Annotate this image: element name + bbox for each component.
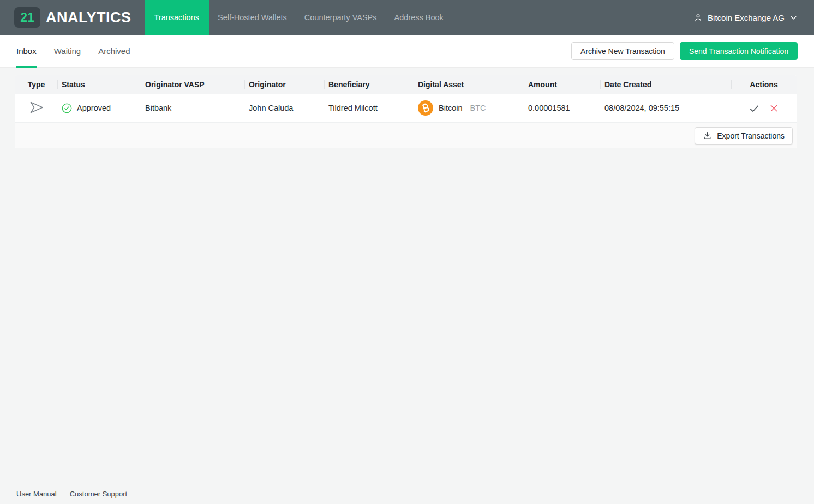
table-header-row: Type Status Originator VASP Originator B… [15, 75, 797, 94]
toolbar: Inbox Waiting Archived Archive New Trans… [0, 35, 814, 68]
cell-digital-asset: Bitcoin BTC [414, 94, 524, 122]
page-footer: User Manual Customer Support [16, 490, 127, 498]
main-content: Type Status Originator VASP Originator B… [0, 68, 814, 148]
toolbar-buttons: Archive New Transaction Send Transaction… [571, 35, 798, 67]
cell-originator-vasp: Bitbank [141, 94, 244, 122]
customer-support-link[interactable]: Customer Support [70, 490, 128, 498]
column-header-originator: Originator [244, 75, 324, 94]
main-nav: Transactions Self-Hosted Wallets Counter… [145, 0, 452, 35]
user-manual-link[interactable]: User Manual [16, 490, 57, 498]
tabs: Inbox Waiting Archived [16, 35, 130, 67]
cell-type [15, 94, 57, 122]
send-icon [29, 101, 44, 115]
nav-item-counterparty-vasps[interactable]: Counterparty VASPs [296, 0, 386, 35]
status-label: Approved [77, 104, 111, 112]
export-transactions-button[interactable]: Export Transactions [695, 127, 793, 145]
user-icon [693, 13, 703, 22]
check-circle-icon [62, 103, 72, 113]
column-header-actions: Actions [731, 75, 797, 94]
column-header-type: Type [15, 75, 57, 94]
archive-new-transaction-button[interactable]: Archive New Transaction [571, 42, 674, 60]
cell-amount: 0.00001581 [524, 94, 600, 122]
table-row[interactable]: Approved Bitbank John Caluda Tildred Mil… [15, 94, 797, 123]
tab-waiting[interactable]: Waiting [54, 35, 81, 67]
nav-item-self-hosted-wallets[interactable]: Self-Hosted Wallets [209, 0, 296, 35]
brand-logo[interactable]: 21 ANALYTICS [0, 0, 131, 35]
export-transactions-label: Export Transactions [717, 131, 785, 140]
logo-21-icon: 21 [14, 7, 40, 28]
top-navbar: 21 ANALYTICS Transactions Self-Hosted Wa… [0, 0, 814, 35]
column-header-beneficiary: Beneficiary [324, 75, 414, 94]
column-header-status: Status [57, 75, 141, 94]
column-header-digital-asset: Digital Asset [414, 75, 524, 94]
nav-item-address-book[interactable]: Address Book [386, 0, 452, 35]
user-name: Bitcoin Exchange AG [708, 13, 785, 22]
column-header-amount: Amount [524, 75, 600, 94]
cell-actions [731, 94, 797, 122]
logo-21-text: 21 [20, 10, 34, 25]
asset-name: Bitcoin [439, 104, 463, 112]
approve-icon[interactable] [747, 101, 761, 115]
column-header-originator-vasp: Originator VASP [141, 75, 244, 94]
download-icon [703, 131, 712, 140]
chevron-down-icon [789, 14, 798, 22]
cell-originator: John Caluda [244, 94, 324, 122]
bitcoin-icon [418, 100, 433, 116]
nav-item-transactions[interactable]: Transactions [145, 0, 209, 35]
table-footer: Export Transactions [15, 123, 797, 148]
reject-icon[interactable] [768, 102, 780, 115]
tab-archived[interactable]: Archived [98, 35, 130, 67]
cell-status: Approved [57, 94, 141, 122]
transactions-table: Type Status Originator VASP Originator B… [15, 75, 797, 148]
cell-beneficiary: Tildred Milcott [324, 94, 414, 122]
brand-name: ANALYTICS [46, 9, 131, 26]
asset-ticker: BTC [470, 104, 486, 112]
column-header-date-created: Date Created [600, 75, 731, 94]
send-transaction-notification-button[interactable]: Send Transaction Notification [680, 42, 798, 60]
cell-date-created: 08/08/2024, 09:55:15 [600, 94, 731, 122]
user-menu[interactable]: Bitcoin Exchange AG [693, 0, 798, 35]
tab-inbox[interactable]: Inbox [16, 35, 37, 67]
